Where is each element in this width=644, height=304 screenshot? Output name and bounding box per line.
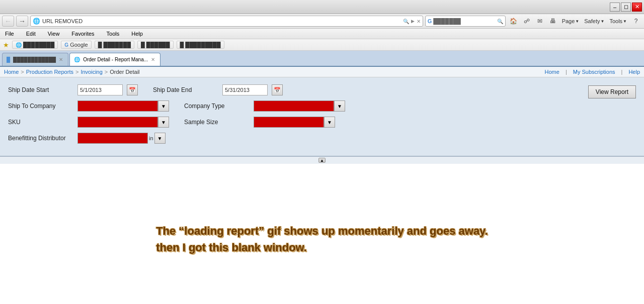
mail-button[interactable]: ✉ [534, 16, 546, 27]
safety-dropdown[interactable]: Safety ▼ [582, 16, 606, 27]
favorites-item-1[interactable]: 🌐 ████████ [12, 41, 58, 49]
benefitting-distributor-select[interactable] [77, 133, 148, 144]
tab-1-icon: █ [7, 57, 10, 62]
sample-size-select[interactable] [254, 117, 324, 128]
ship-date-start-calendar-button[interactable]: 📅 [127, 84, 138, 95]
restore-button[interactable]: ◻ [621, 3, 631, 12]
tab-1-close-icon[interactable]: ✕ [59, 57, 63, 62]
company-type-dropdown-arrow[interactable]: ▼ [334, 100, 345, 112]
ship-date-end-input[interactable] [222, 84, 268, 95]
sku-dropdown-arrow[interactable]: ▼ [158, 117, 169, 128]
ship-to-company-select[interactable] [77, 100, 158, 112]
fav-item-label-3: ███████ [103, 42, 131, 48]
address-bar[interactable]: 🌐 URL REMOVED 🔍 ▶ ✕ [30, 16, 423, 27]
form-fields-left: Ship Date Start 📅 Ship Date End 📅 Ship T… [8, 84, 578, 144]
address-search-icon: 🔍 [403, 19, 409, 24]
print-button[interactable]: 🖶 [547, 16, 559, 27]
favorites-item-4[interactable]: █ ██████ [137, 41, 174, 49]
ship-date-start-label: Ship Date Start [8, 86, 73, 93]
breadcrumb-right-home[interactable]: Home [545, 69, 559, 75]
toolbar-icon-group: 🏠 ☍ ✉ 🖶 Page ▼ Safety ▼ Tools ▼ ? [508, 16, 642, 27]
sample-size-select-wrapper: ▼ [254, 117, 335, 128]
company-type-row: Company Type ▼ [184, 100, 345, 112]
forward-button[interactable]: → [16, 16, 28, 27]
tab-2[interactable]: 🌐 Order Detail - Report Mana... ✕ [69, 53, 160, 66]
breadcrumb-right-sep-1: | [566, 69, 567, 75]
scroll-indicator: ▲ [0, 157, 644, 164]
page-chevron-icon: ▼ [575, 19, 579, 24]
google-search-bar[interactable]: G ███████ 🔍 [425, 16, 506, 27]
tab-1[interactable]: █ ████████████ ✕ [2, 53, 68, 66]
breadcrumb-invoicing[interactable]: Invoicing [80, 69, 102, 75]
close-button[interactable]: ✕ [632, 3, 642, 12]
sku-label: SKU [8, 119, 73, 126]
menu-help[interactable]: Help [129, 30, 145, 38]
help-toolbar-button[interactable]: ? [630, 16, 642, 27]
ship-date-start-input[interactable] [77, 84, 123, 95]
minimize-button[interactable]: – [610, 3, 620, 12]
breadcrumb-right-sep-2: | [621, 69, 623, 75]
breadcrumb-help[interactable]: Help [628, 69, 640, 75]
breadcrumb-my-subscriptions[interactable]: My Subscriptions [573, 69, 615, 75]
menu-view[interactable]: View [46, 30, 62, 38]
address-arrow-icon: ▶ [411, 19, 415, 24]
menu-favorites[interactable]: Favorites [69, 30, 96, 38]
fav-globe-icon: 🌐 [16, 42, 22, 48]
page-dropdown[interactable]: Page ▼ [560, 16, 582, 27]
company-type-select[interactable] [254, 100, 334, 112]
fav-item-label-2: Google [70, 42, 88, 48]
sku-select-wrapper: ▼ [77, 117, 169, 128]
ship-date-end-label: Ship Date End [153, 86, 218, 93]
sku-row: SKU ▼ [8, 117, 169, 128]
favorites-item-2[interactable]: G Google [61, 41, 91, 49]
menu-tools[interactable]: Tools [105, 30, 122, 38]
breadcrumb-sep-1: > [21, 69, 24, 75]
ship-to-company-select-wrapper: ▼ [77, 100, 169, 112]
favorites-star-icon: ★ [3, 41, 9, 49]
benefitting-distributor-text: in [149, 135, 153, 141]
ship-date-start-row: Ship Date Start 📅 [8, 84, 138, 95]
google-icon: G [428, 18, 432, 24]
feeds-button[interactable]: ☍ [521, 16, 533, 27]
breadcrumb-current: Order Detail [110, 69, 139, 75]
view-report-button[interactable]: View Report [588, 85, 636, 98]
back-button[interactable]: ← [2, 16, 14, 27]
favorites-item-5[interactable]: █ █████████ [177, 41, 224, 49]
navigation-toolbar: ← → 🌐 URL REMOVED 🔍 ▶ ✕ G ███████ 🔍 🏠 ☍ … [0, 14, 644, 29]
browser-globe-icon: 🌐 [33, 18, 40, 25]
annotation-line-2: then I got this blank window. [156, 239, 488, 256]
ship-to-company-row: Ship To Company ▼ [8, 100, 169, 112]
home-toolbar-button[interactable]: 🏠 [508, 16, 520, 27]
sku-select[interactable] [77, 117, 158, 128]
sample-size-dropdown-arrow[interactable]: ▼ [324, 117, 335, 128]
ship-to-company-label: Ship To Company [8, 103, 73, 110]
breadcrumb-production-reports[interactable]: Production Reports [26, 69, 73, 75]
tab-bar: █ ████████████ ✕ 🌐 Order Detail - Report… [0, 51, 644, 67]
sample-size-row: Sample Size ▼ [184, 117, 335, 128]
fav-google-icon: G [64, 42, 68, 48]
fav-item-icon-4: █ [141, 42, 145, 48]
fav-item-icon-3: █ [98, 42, 102, 48]
annotation-block: The “loading report” gif shows up moment… [156, 223, 488, 256]
scroll-handle[interactable]: ▲ [318, 158, 326, 163]
benefitting-distributor-row: Benefitting Distributor in ▼ [8, 133, 166, 144]
tools-dropdown-btn[interactable]: Tools ▼ [607, 16, 629, 27]
view-report-button-area: View Report [588, 84, 636, 98]
ship-date-end-calendar-button[interactable]: 📅 [272, 84, 283, 95]
fav-item-icon-5: █ [180, 42, 184, 48]
menu-file[interactable]: File [3, 30, 16, 38]
tab-1-label: ████████████ [13, 57, 56, 62]
favorites-bar: ★ 🌐 ████████ G Google █ ███████ █ ██████… [0, 39, 644, 51]
menu-edit[interactable]: Edit [24, 30, 38, 38]
ship-to-company-dropdown-arrow[interactable]: ▼ [158, 100, 169, 112]
benefitting-distributor-dropdown-arrow[interactable]: ▼ [154, 133, 166, 144]
favorites-item-3[interactable]: █ ███████ [95, 41, 134, 49]
report-form-area: Ship Date Start 📅 Ship Date End 📅 Ship T… [0, 77, 644, 157]
breadcrumb-right: Home | My Subscriptions | Help [545, 69, 640, 75]
tab-2-close-icon[interactable]: ✕ [151, 57, 155, 62]
safety-chevron-icon: ▼ [600, 19, 604, 24]
breadcrumb-home[interactable]: Home [4, 69, 19, 75]
menu-bar: File Edit View Favorites Tools Help [0, 29, 644, 39]
fav-item-label-5: █████████ [185, 42, 220, 48]
tab-2-label: Order Detail - Report Mana... [83, 57, 148, 62]
